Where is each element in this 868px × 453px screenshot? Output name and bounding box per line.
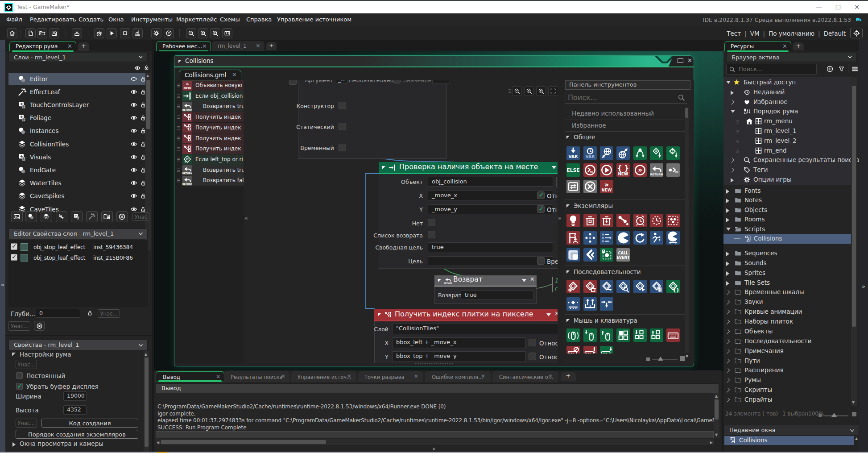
tab-close-icon[interactable]: ✕ bbox=[216, 374, 220, 380]
drag-handle-icon[interactable] bbox=[177, 157, 181, 162]
value-input[interactable] bbox=[432, 80, 450, 84]
drag-handle-icon[interactable] bbox=[736, 119, 740, 125]
braces-new-action-icon[interactable]: { }NEW bbox=[616, 163, 630, 177]
gml-action-row[interactable]: eЕсли left_top or ri bbox=[175, 154, 244, 165]
eye-icon[interactable] bbox=[130, 192, 138, 199]
tree-collapsed-icon[interactable] bbox=[726, 199, 729, 203]
tree-collapsed-icon[interactable] bbox=[730, 158, 735, 163]
drag-handle-icon[interactable] bbox=[736, 129, 740, 134]
debug-button[interactable] bbox=[94, 28, 104, 38]
recent-window-item[interactable]: Collisions bbox=[724, 436, 854, 445]
eye-off-icon[interactable] bbox=[130, 75, 138, 83]
instance-creation-order-button[interactable]: Порядок создания экземпляров bbox=[16, 430, 138, 439]
tree-expanded-icon[interactable] bbox=[726, 228, 731, 231]
add-circle-icon[interactable] bbox=[826, 65, 834, 73]
tree-collapsed-icon[interactable] bbox=[726, 218, 729, 222]
dia-merge-action-icon[interactable] bbox=[600, 297, 613, 311]
collapse-output-icon[interactable]: » bbox=[431, 447, 437, 450]
minimize-button[interactable]: — bbox=[812, 4, 826, 12]
menu-item-8[interactable]: Справка bbox=[246, 16, 272, 23]
tile-node-header[interactable]: Получить индекс плитки на пикселе✕ bbox=[374, 309, 558, 320]
tree-collapsed-icon[interactable] bbox=[726, 262, 729, 266]
tree-row-sprites[interactable]: Sprites bbox=[723, 268, 851, 278]
window-collapse-icon[interactable] bbox=[178, 60, 182, 63]
eye-icon[interactable] bbox=[130, 179, 138, 187]
layer-row-EndGate[interactable]: EndGate bbox=[8, 164, 148, 176]
scroll-up-icon[interactable]: ▲ bbox=[855, 436, 858, 441]
tree-row--[interactable]: Сохраненные результаты поиска bbox=[723, 155, 851, 165]
gml-action-row[interactable]: Получить индек bbox=[175, 123, 244, 133]
tree-row-scripts[interactable]: Scripts bbox=[723, 224, 851, 234]
tree-collapsed-icon[interactable] bbox=[725, 388, 730, 393]
node-dropdown-icon[interactable] bbox=[552, 166, 556, 169]
tab-workspace[interactable]: Рабочее мес...✕ bbox=[156, 41, 211, 51]
eye-icon[interactable] bbox=[130, 101, 138, 108]
tab-close-icon[interactable]: ✕ bbox=[414, 373, 418, 379]
tree-collapsed-icon[interactable] bbox=[726, 271, 729, 276]
node-close-icon[interactable]: ✕ bbox=[530, 276, 535, 283]
layer-row-Visuals[interactable]: Visuals bbox=[8, 151, 148, 163]
zoom-large-icon[interactable] bbox=[852, 412, 856, 416]
swirl-action-icon[interactable] bbox=[633, 231, 647, 245]
target-runtime[interactable]: VM bbox=[750, 30, 760, 37]
background-layer-button[interactable] bbox=[11, 211, 23, 222]
dia-pause-action-icon[interactable] bbox=[650, 280, 663, 293]
tree-row-tile-sets[interactable]: Tile Sets bbox=[723, 278, 851, 288]
drag-handle-icon[interactable] bbox=[177, 178, 181, 183]
branch-down-action-icon[interactable] bbox=[650, 146, 663, 160]
tree-collapsed-icon[interactable] bbox=[726, 252, 729, 256]
collisions-window-titlebar[interactable]: Collisions ✕ bbox=[174, 56, 694, 66]
node-collapse-icon[interactable] bbox=[438, 279, 441, 282]
pac-c-action-icon[interactable] bbox=[616, 231, 630, 245]
tree-collapsed-icon[interactable] bbox=[725, 398, 730, 403]
collapse-toolbox-icon[interactable]: » bbox=[558, 215, 561, 221]
scroll-left-icon[interactable]: ◀ bbox=[157, 441, 159, 445]
layer-row-Foliage[interactable]: Foliage bbox=[8, 112, 148, 124]
section-expanded-icon[interactable] bbox=[12, 353, 16, 356]
dia-play-action-icon[interactable] bbox=[633, 280, 647, 293]
squares-down-action-icon[interactable] bbox=[633, 328, 647, 342]
inherit-button-2[interactable]: Унас... bbox=[8, 321, 30, 331]
output-tab-6[interactable]: Синтаксические о...✕ bbox=[492, 371, 558, 382]
output-tab-4[interactable]: Точки разрыва✕ bbox=[358, 371, 423, 382]
tree-collapsed-icon[interactable] bbox=[725, 310, 730, 315]
drag-handle-icon[interactable] bbox=[177, 114, 181, 120]
dia-pins-action-icon[interactable] bbox=[583, 297, 597, 311]
tree-row--[interactable]: Румы bbox=[723, 375, 851, 385]
object-picker-button[interactable] bbox=[556, 177, 558, 187]
eye-icon[interactable] bbox=[130, 141, 138, 148]
burger-icon[interactable] bbox=[851, 65, 859, 73]
recent-windows-header[interactable]: Недавние окна bbox=[723, 425, 859, 435]
window-maximize-icon[interactable] bbox=[678, 58, 683, 63]
gml-action-row[interactable]: RETURNВозвратить tru bbox=[175, 165, 244, 176]
field-input[interactable]: _move_x bbox=[428, 191, 553, 200]
menu-item-3[interactable]: Создать bbox=[79, 16, 103, 23]
layer-row-EffectLeaf[interactable]: EffectLeaf bbox=[8, 86, 148, 98]
tree-expanded-icon[interactable] bbox=[731, 110, 735, 113]
drag-handle-icon[interactable] bbox=[736, 139, 740, 144]
zoom-out-button[interactable] bbox=[186, 28, 196, 38]
tree-collapsed-icon[interactable] bbox=[725, 378, 730, 383]
relative-checkbox[interactable] bbox=[537, 257, 545, 265]
clean-button[interactable] bbox=[132, 28, 143, 38]
gml-action-row[interactable]: RETURNВозвратить tru bbox=[175, 101, 244, 112]
tree-collapsed-icon[interactable] bbox=[725, 349, 730, 354]
bulb-action-icon[interactable] bbox=[566, 214, 580, 227]
instance-row[interactable]: ✓obj_stop_leaf_effectinst_215B0F86 bbox=[8, 253, 147, 263]
layers-scroll-thumb[interactable] bbox=[146, 80, 150, 129]
tab-close-icon[interactable]: ✕ bbox=[548, 373, 553, 379]
tab-room-editor[interactable]: Редактор рума✕ bbox=[9, 41, 76, 51]
return-node-header[interactable]: RETURNВозврат✕ bbox=[434, 275, 537, 286]
drag-handle-icon[interactable] bbox=[177, 83, 181, 88]
instance-checkbox[interactable]: ✓ bbox=[11, 254, 17, 261]
tab-close-icon[interactable]: ✕ bbox=[281, 373, 285, 379]
tree-row--[interactable]: Расширения bbox=[723, 366, 851, 375]
declare-function-node[interactable]: Аргумент_nНеобязательноЗначениеКонструкт… bbox=[298, 80, 446, 159]
icon-size-small[interactable] bbox=[646, 357, 650, 361]
tree-row-sequences[interactable]: Sequences bbox=[723, 249, 851, 258]
trash-action-icon[interactable] bbox=[583, 214, 597, 227]
optional-checkbox[interactable] bbox=[393, 80, 401, 83]
drag-handle-icon[interactable] bbox=[177, 104, 181, 109]
tree-row--[interactable]: Избранное bbox=[723, 97, 851, 107]
window-close-icon[interactable]: ✕ bbox=[687, 57, 692, 64]
